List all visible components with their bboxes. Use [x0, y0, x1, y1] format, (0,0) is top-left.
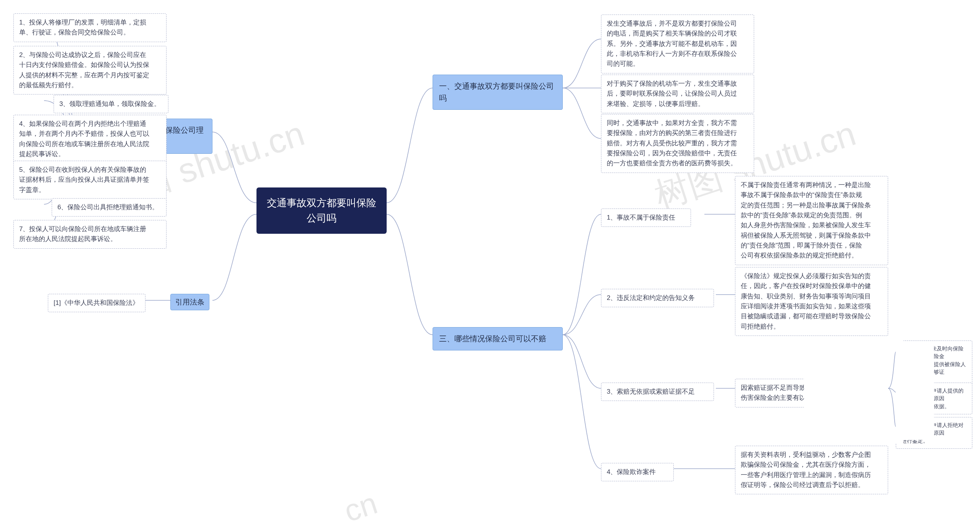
b1-item-3[interactable]: 同时，交通事故中，如果对方全责，我方不需 要报保险，由对方的购买的第三者责任险进… [601, 114, 754, 173]
leaf-text: 4、保险欺诈案件 [607, 468, 656, 476]
b1-item-2[interactable]: 对于购买了保险的机动车一方，发生交通事故 后，要即时联系保险公司，让保险公司人员… [601, 75, 754, 113]
leaf-text: 3、索赔无依据或索赔证据不足 [607, 388, 695, 395]
leaf-text: 不属于保险责任通常有两种情况，一种是出险 事故不属于保险条款中的“保险责任”条款… [741, 181, 871, 259]
b2-item-7[interactable]: 7、投保人可以向保险公司所在地或车辆注册 所在地的人民法院提起民事诉讼。 [13, 220, 167, 249]
leaf-text: （3）保险金申请人拒绝对被保险人出险原因 进行鉴定。 [902, 422, 964, 444]
leaf-text: 同时，交通事故中，如果对方全责，我方不需 要报保险，由对方的购买的第三者责任险进… [607, 119, 737, 167]
branch-1[interactable]: 一、交通事故双方都要叫保险公司 吗 [433, 75, 563, 110]
b3-s1-label[interactable]: 1、事故不属于保险责任 [601, 209, 691, 227]
leaf-text: （2）保险金申请人提供的被保险人出险原因 证明缺乏法律依据。 [902, 388, 964, 409]
b3-s1-text[interactable]: 不属于保险责任通常有两种情况，一种是出险 事故不属于保险条款中的“保险责任”条款… [735, 176, 888, 265]
leaf-text: 发生交通事故后，并不是双方都要打保险公司 的电话，而是购买了相关车辆保险的公司才… [607, 20, 737, 67]
leaf-text: 对于购买了保险的机动车一方，发生交通事故 后，要即时联系保险公司，让保险公司人员… [607, 80, 737, 108]
branch-law[interactable]: 引用法条 [170, 294, 209, 310]
root-node[interactable]: 交通事故双方都要叫保险 公司吗 [256, 187, 387, 234]
root-text: 交通事故双方都要叫保险 公司吗 [267, 197, 376, 224]
b2-item-1[interactable]: 1、投保人将修理厂的发票，明细清单，定损 单、行驶证，保险合同交给保险公司。 [13, 13, 167, 42]
leaf-text: 2、与保险公司达成协议之后，保险公司应在 十日内支付保险赔偿金。如保险公司认为投… [19, 51, 149, 89]
leaf-text: 《保险法》规定投保人必须履行如实告知的责 任，因此，客户在投保时对保险投保单中的… [741, 272, 871, 330]
b2-item-3[interactable]: 3、领取理赔通知单，领取保险金。 [54, 95, 168, 113]
leaf-text: 6、保险公司出具拒绝理赔通知书。 [57, 204, 158, 211]
b3-s2-text[interactable]: 《保险法》规定投保人必须履行如实告知的责 任，因此，客户在投保时对保险投保单中的… [735, 267, 888, 336]
branch-1-title: 一、交通事故双方都要叫保险公司 吗 [439, 82, 554, 102]
b2-item-5[interactable]: 5、保险公司在收到投保人的有关保险事故的 证据材料后，应当向投保人出具证据清单并… [13, 161, 167, 199]
b1-item-1[interactable]: 发生交通事故后，并不是双方都要打保险公司 的电话，而是购买了相关车辆保险的公司才… [601, 15, 754, 73]
leaf-text: （1）出险后未及时向保险公司报案，保险金 申请人又无法提供被保险人出险原因的足够… [902, 345, 966, 383]
b3-s4-label[interactable]: 4、保险欺诈案件 [601, 463, 674, 481]
mindmap-canvas: 树图 shutu.cn 树图 shutu.cn cn [0, 0, 980, 523]
b2-item-4[interactable]: 4、如果保险公司在两个月内拒绝出个理赔通 知单，并在两个月内不予赔偿，投保人也可… [13, 115, 167, 163]
leaf-text: 1、事故不属于保险责任 [607, 214, 675, 221]
law-ref-text: [1]《中华人民共和国保险法》 [54, 299, 139, 306]
b3-s3-child-3[interactable]: （3）保险金申请人拒绝对被保险人出险原因 进行鉴定。 [896, 417, 972, 449]
law-ref[interactable]: [1]《中华人民共和国保险法》 [48, 294, 145, 312]
leaf-text: 1、投保人将修理厂的发票，明细清单，定损 单、行驶证，保险合同交给保险公司。 [19, 19, 146, 36]
leaf-text: 4、如果保险公司在两个月内拒绝出个理赔通 知单，并在两个月内不予赔偿，投保人也可… [19, 120, 149, 158]
leaf-text: 因索赔证据不足而导致保险公司拒付人身意外 伤害保险金的主要有以下三种情况： [741, 384, 871, 401]
watermark: cn [340, 486, 382, 523]
b3-s4-text[interactable]: 据有关资料表明，受利益驱动，少数客户企图 欺骗保险公司保险金，尤其在医疗保险方面… [735, 446, 888, 494]
b3-s3-child-2[interactable]: （2）保险金申请人提供的被保险人出险原因 证明缺乏法律依据。 [896, 383, 972, 414]
b3-s3-main[interactable]: 因索赔证据不足而导致保险公司拒付人身意外 伤害保险金的主要有以下三种情况： [735, 379, 888, 407]
b3-s3-child-1[interactable]: （1）出险后未及时向保险公司报案，保险金 申请人又无法提供被保险人出险原因的足够… [896, 341, 972, 388]
b3-s2-label[interactable]: 2、违反法定和约定的告知义务 [601, 289, 714, 307]
branch-3-title: 三、哪些情况保险公司可以不赔 [439, 334, 546, 343]
leaf-text: 据有关资料表明，受利益驱动，少数客户企图 欺骗保险公司保险金，尤其在医疗保险方面… [741, 451, 871, 489]
branch-law-title: 引用法条 [175, 298, 204, 306]
b2-item-2[interactable]: 2、与保险公司达成协议之后，保险公司应在 十日内支付保险赔偿金。如保险公司认为投… [13, 46, 167, 94]
leaf-text: 7、投保人可以向保险公司所在地或车辆注册 所在地的人民法院提起民事诉讼。 [19, 225, 146, 243]
b2-item-6[interactable]: 6、保险公司出具拒绝理赔通知书。 [52, 198, 167, 217]
leaf-text: 5、保险公司在收到投保人的有关保险事故的 证据材料后，应当向投保人出具证据清单并… [19, 166, 149, 194]
leaf-text: 2、违反法定和约定的告知义务 [607, 294, 695, 301]
leaf-text: 3、领取理赔通知单，领取保险金。 [59, 100, 160, 108]
branch-3[interactable]: 三、哪些情况保险公司可以不赔 [433, 327, 563, 350]
b3-s3-label[interactable]: 3、索赔无依据或索赔证据不足 [601, 383, 714, 401]
